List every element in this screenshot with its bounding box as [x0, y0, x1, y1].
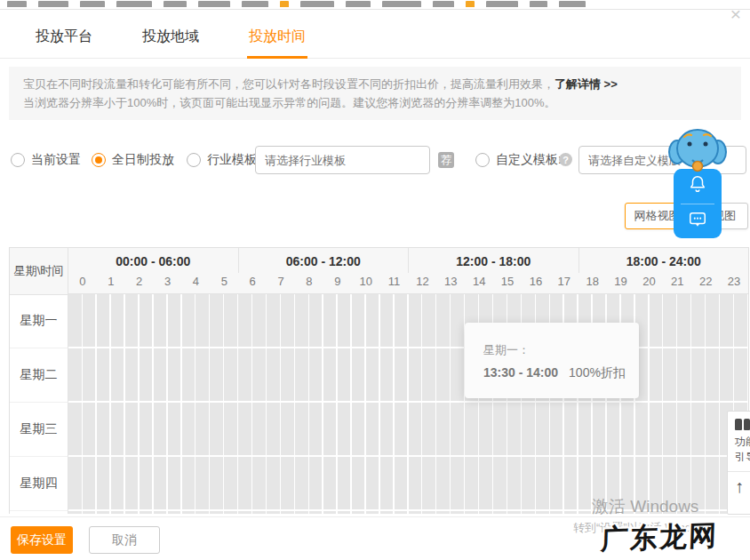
tooltip-range: 13:30 - 14:00	[483, 365, 558, 380]
hour-label-1: 1	[97, 273, 125, 293]
learn-more-link[interactable]: 了解详情 >>	[555, 77, 618, 91]
recommend-badge: 荐	[438, 152, 454, 168]
hour-label-17: 17	[550, 273, 578, 293]
service-widget	[674, 169, 722, 238]
hour-row: 01234567891011121314151617181920212223	[68, 273, 748, 294]
bookmarks-strip	[0, 0, 750, 7]
strip-item	[466, 1, 475, 7]
tab-3[interactable]: 投放时间	[247, 10, 307, 58]
mascot-elephant-icon	[668, 123, 727, 178]
discount-tooltip: 星期一： 13:30 - 14:00100%折扣	[465, 323, 639, 398]
hour-label-6: 6	[238, 273, 267, 293]
tab-1[interactable]: 投放平台	[34, 10, 94, 58]
save-settings-button[interactable]: 保存设置	[11, 526, 73, 554]
guide-label-1: 功能	[735, 435, 750, 450]
hour-label-20: 20	[635, 273, 664, 293]
day-label-1: 星期一	[10, 294, 68, 348]
radio-custom-template[interactable]: 自定义模板:	[475, 146, 562, 174]
time-group-3: 12:00 - 18:00	[408, 248, 578, 273]
strip-item	[80, 1, 105, 7]
hour-label-9: 9	[323, 273, 352, 293]
strip-item	[38, 1, 68, 7]
radio-icon[interactable]	[187, 153, 201, 167]
hour-label-11: 11	[380, 273, 409, 293]
day-label-3: 星期三	[10, 403, 68, 457]
strip-item	[486, 1, 518, 7]
strip-item	[559, 1, 586, 7]
day-label-5: 星期五	[10, 511, 68, 514]
notice-box: 宝贝在不同时段流量和转化可能有所不同，您可以针对各时段设置不同的折扣出价，提高流…	[9, 67, 741, 120]
bell-icon	[688, 174, 707, 197]
hour-label-3: 3	[154, 273, 182, 293]
strip-item	[530, 1, 547, 7]
hour-label-22: 22	[691, 273, 720, 293]
chat-button[interactable]	[674, 204, 722, 239]
notice-text: 宝贝在不同时段流量和转化可能有所不同，您可以针对各时段设置不同的折扣出价，提高流…	[23, 77, 555, 91]
hour-label-16: 16	[522, 273, 550, 293]
hour-label-4: 4	[182, 273, 211, 293]
hour-label-12: 12	[409, 273, 437, 293]
schedule-row-3: 星期三	[10, 403, 748, 457]
time-group-row: 00:00 - 06:0006:00 - 12:0012:00 - 18:001…	[68, 248, 748, 273]
day-cells-2[interactable]	[68, 348, 748, 403]
hour-label-10: 10	[352, 273, 380, 293]
strip-item	[300, 1, 334, 7]
notice-line1: 宝贝在不同时段流量和转化可能有所不同，您可以针对各时段设置不同的折扣出价，提高流…	[23, 75, 727, 93]
radio-current-setting[interactable]: 当前设置	[11, 146, 81, 174]
tab-bar: 投放平台投放地域投放时间	[0, 10, 750, 59]
strip-item	[346, 1, 371, 7]
tab-2[interactable]: 投放地域	[140, 10, 201, 58]
hour-label-7: 7	[267, 273, 295, 293]
strip-item	[280, 1, 289, 7]
guide-button[interactable]: 功能 引导	[735, 419, 750, 465]
divider	[728, 471, 750, 472]
time-group-2: 06:00 - 12:00	[238, 248, 409, 273]
industry-template-input[interactable]	[255, 146, 430, 174]
tooltip-discount: 100%折扣	[569, 365, 626, 380]
cancel-button[interactable]: 取消	[89, 526, 160, 554]
hour-label-19: 19	[607, 273, 635, 293]
tooltip-detail: 13:30 - 14:00100%折扣	[483, 365, 639, 381]
hour-label-14: 14	[465, 273, 493, 293]
hour-label-21: 21	[663, 273, 691, 293]
hour-label-0: 0	[68, 273, 97, 293]
notice-line2: 当浏览器分辨率小于100%时，该页面可能出现显示异常的问题。建议您将浏览器的分辨…	[23, 93, 727, 112]
strip-item	[382, 1, 421, 7]
back-to-top-button[interactable]: ↑	[735, 477, 750, 495]
strip-item	[198, 1, 230, 7]
help-icon[interactable]: ?	[559, 153, 572, 166]
radio-icon[interactable]	[475, 153, 490, 167]
windows-activation-watermark: 激活 Windows	[592, 495, 698, 518]
day-cells-1[interactable]	[68, 294, 748, 348]
day-label-4: 星期四	[10, 457, 68, 511]
hour-label-8: 8	[295, 273, 323, 293]
radio-label: 自定义模板:	[496, 152, 562, 168]
chat-icon	[688, 210, 707, 233]
tooltip-day: 星期一：	[483, 342, 639, 358]
radio-icon[interactable]	[11, 153, 25, 167]
strip-item	[7, 1, 27, 7]
strip-item	[242, 1, 268, 7]
strip-item	[433, 1, 454, 7]
hour-label-5: 5	[210, 273, 238, 293]
strip-item	[164, 1, 187, 7]
hour-label-2: 2	[125, 273, 154, 293]
hour-label-18: 18	[578, 273, 607, 293]
radio-label: 当前设置	[31, 152, 81, 168]
radio-label: 行业模板:	[207, 152, 260, 168]
schedule-header: 00:00 - 06:0006:00 - 12:0012:00 - 18:001…	[68, 248, 748, 294]
book-icon	[735, 419, 750, 430]
schedule-corner-label: 星期\时间	[10, 248, 68, 295]
hour-label-23: 23	[720, 273, 748, 293]
hour-label-13: 13	[436, 273, 465, 293]
time-group-4: 18:00 - 24:00	[578, 248, 749, 273]
radio-industry-template[interactable]: 行业模板:	[187, 146, 260, 174]
day-cells-3[interactable]	[68, 403, 748, 457]
hour-label-15: 15	[493, 273, 522, 293]
radio-label: 全日制投放	[112, 152, 174, 168]
day-label-2: 星期二	[10, 348, 68, 403]
time-group-1: 00:00 - 06:00	[68, 248, 238, 273]
radio-allday[interactable]: 全日制投放	[92, 146, 174, 174]
guide-panel: 功能 引导 ↑	[727, 411, 750, 515]
radio-icon-checked[interactable]	[92, 153, 106, 167]
